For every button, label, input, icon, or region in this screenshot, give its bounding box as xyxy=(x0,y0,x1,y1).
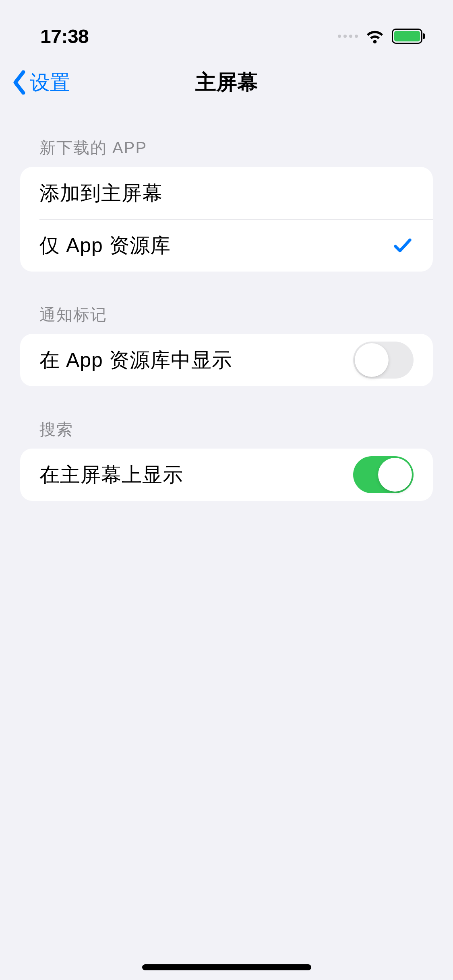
section-new-apps: 新下载的 APP 添加到主屏幕 仅 App 资源库 xyxy=(20,137,433,272)
checkmark-icon xyxy=(392,235,414,256)
back-button[interactable]: 设置 xyxy=(12,69,70,96)
option-label: 仅 App 资源库 xyxy=(39,232,171,259)
toggle-show-on-home[interactable] xyxy=(353,456,414,493)
group-badges: 在 App 资源库中显示 xyxy=(20,334,433,386)
option-app-library-only[interactable]: 仅 App 资源库 xyxy=(20,219,433,272)
option-add-to-home[interactable]: 添加到主屏幕 xyxy=(20,167,433,219)
section-header-badges: 通知标记 xyxy=(20,304,433,334)
row-label: 在主屏幕上显示 xyxy=(39,461,183,488)
page-title: 主屏幕 xyxy=(195,68,258,97)
home-indicator[interactable] xyxy=(142,964,311,970)
section-search: 搜索 在主屏幕上显示 xyxy=(20,418,433,501)
status-indicators xyxy=(338,29,425,44)
battery-icon xyxy=(392,29,425,44)
wifi-icon xyxy=(365,29,385,43)
group-new-apps: 添加到主屏幕 仅 App 资源库 xyxy=(20,167,433,272)
row-show-on-home: 在主屏幕上显示 xyxy=(20,449,433,501)
row-show-in-library: 在 App 资源库中显示 xyxy=(20,334,433,386)
toggle-show-in-library[interactable] xyxy=(353,342,414,379)
status-time: 17:38 xyxy=(40,25,89,47)
nav-bar: 设置 主屏幕 xyxy=(0,56,453,109)
status-bar: 17:38 xyxy=(0,0,453,56)
back-label: 设置 xyxy=(30,69,70,96)
content: 新下载的 APP 添加到主屏幕 仅 App 资源库 通知标记 在 App 资源库… xyxy=(0,137,453,501)
chevron-left-icon xyxy=(12,70,27,95)
signal-dots-icon xyxy=(338,35,358,38)
section-header-new-apps: 新下载的 APP xyxy=(20,137,433,167)
row-label: 在 App 资源库中显示 xyxy=(39,347,232,374)
section-badges: 通知标记 在 App 资源库中显示 xyxy=(20,304,433,386)
option-label: 添加到主屏幕 xyxy=(39,180,163,207)
group-search: 在主屏幕上显示 xyxy=(20,449,433,501)
section-header-search: 搜索 xyxy=(20,418,433,449)
